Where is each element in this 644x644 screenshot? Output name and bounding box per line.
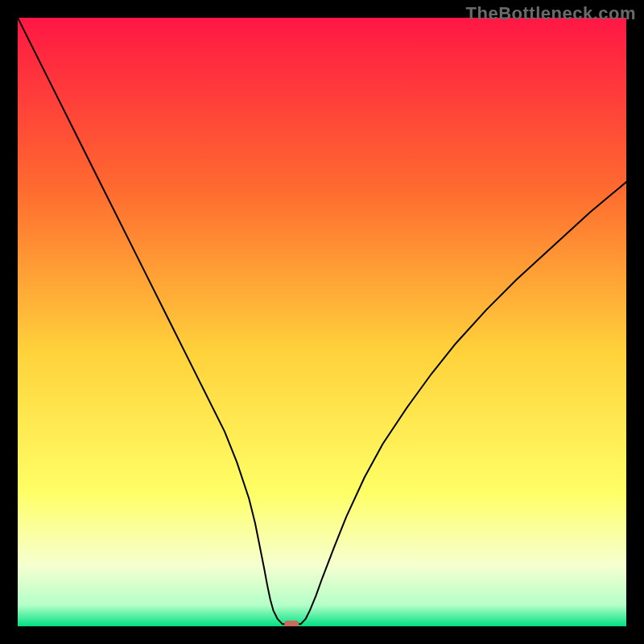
chart-outer: TheBottleneck.com [0, 0, 644, 644]
plot-area [18, 18, 626, 626]
gradient-background [18, 18, 626, 626]
watermark-text: TheBottleneck.com [466, 3, 636, 24]
optimal-point-marker [284, 621, 299, 626]
chart-svg [18, 18, 626, 626]
